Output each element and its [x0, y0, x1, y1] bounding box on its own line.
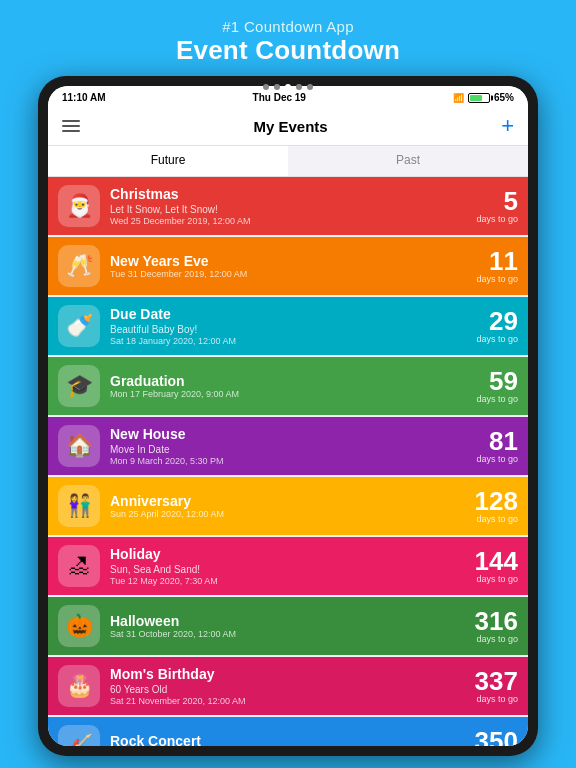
- event-info: New HouseMove In DateMon 9 March 2020, 5…: [110, 426, 468, 466]
- nav-title: My Events: [253, 118, 327, 135]
- battery-fill: [470, 95, 482, 101]
- app-subtitle: #1 Countdown App: [0, 18, 576, 35]
- event-date: Sun 25 April 2020, 12:00 AM: [110, 509, 467, 519]
- event-info: Rock ConcertThu 3 December 2020, 9:00 PM: [110, 733, 467, 746]
- countdown-number: 81: [476, 428, 518, 454]
- tab-future[interactable]: Future: [48, 146, 288, 176]
- hamburger-line-1: [62, 120, 80, 122]
- event-name: Rock Concert: [110, 733, 467, 746]
- event-date: Tue 12 May 2020, 7:30 AM: [110, 576, 467, 586]
- event-subtitle: Move In Date: [110, 443, 468, 456]
- event-icon: 🍼: [58, 305, 100, 347]
- nav-bar: My Events +: [48, 107, 528, 146]
- countdown-number: 337: [475, 668, 518, 694]
- countdown-number: 128: [475, 488, 518, 514]
- countdown-number: 29: [476, 308, 518, 334]
- page-dots: [263, 84, 313, 90]
- event-info: HolidaySun, Sea And Sand!Tue 12 May 2020…: [110, 546, 467, 586]
- countdown-number: 11: [476, 248, 518, 274]
- countdown-number: 350: [475, 728, 518, 746]
- event-name: Holiday: [110, 546, 467, 563]
- event-date: Tue 31 December 2019, 12:00 AM: [110, 269, 468, 279]
- event-name: Anniversary: [110, 493, 467, 510]
- event-item[interactable]: 🎃HalloweenSat 31 October 2020, 12:00 AM3…: [48, 597, 528, 655]
- event-item[interactable]: 🎓GraduationMon 17 February 2020, 9:00 AM…: [48, 357, 528, 415]
- countdown-label: days to go: [475, 694, 518, 704]
- event-info: HalloweenSat 31 October 2020, 12:00 AM: [110, 613, 467, 640]
- status-right: 📶 65%: [453, 92, 514, 103]
- event-date: Sat 21 November 2020, 12:00 AM: [110, 696, 467, 706]
- event-countdown: 59days to go: [476, 368, 518, 404]
- event-icon: 🎸: [58, 725, 100, 746]
- countdown-label: days to go: [475, 634, 518, 644]
- event-item[interactable]: 🏖HolidaySun, Sea And Sand!Tue 12 May 202…: [48, 537, 528, 595]
- countdown-label: days to go: [476, 214, 518, 224]
- countdown-label: days to go: [476, 394, 518, 404]
- event-item[interactable]: 🎅ChristmasLet It Snow, Let It Snow!Wed 2…: [48, 177, 528, 235]
- event-countdown: 128days to go: [475, 488, 518, 524]
- hamburger-line-3: [62, 130, 80, 132]
- event-name: Halloween: [110, 613, 467, 630]
- app-title: Event Countdown: [0, 35, 576, 66]
- event-date: Sat 31 October 2020, 12:00 AM: [110, 629, 467, 639]
- battery-icon: [468, 93, 490, 103]
- event-info: New Years EveTue 31 December 2019, 12:00…: [110, 253, 468, 280]
- dot-4: [296, 84, 302, 90]
- event-icon: 🎓: [58, 365, 100, 407]
- event-icon: 🎃: [58, 605, 100, 647]
- event-date: Sat 18 January 2020, 12:00 AM: [110, 336, 468, 346]
- event-countdown: 316days to go: [475, 608, 518, 644]
- event-date: Wed 25 December 2019, 12:00 AM: [110, 216, 468, 226]
- event-subtitle: 60 Years Old: [110, 683, 467, 696]
- event-countdown: 11days to go: [476, 248, 518, 284]
- event-icon: 🏖: [58, 545, 100, 587]
- app-header: #1 Countdown App Event Countdown: [0, 0, 576, 76]
- event-item[interactable]: 🎂Mom's Birthday60 Years OldSat 21 Novemb…: [48, 657, 528, 715]
- event-icon: 🎅: [58, 185, 100, 227]
- event-date: Mon 17 February 2020, 9:00 AM: [110, 389, 468, 399]
- wifi-icon: 📶: [453, 93, 464, 103]
- event-name: New House: [110, 426, 468, 443]
- event-icon: 🏠: [58, 425, 100, 467]
- event-info: Mom's Birthday60 Years OldSat 21 Novembe…: [110, 666, 467, 706]
- battery-percent: 65%: [494, 92, 514, 103]
- events-list: 🎅ChristmasLet It Snow, Let It Snow!Wed 2…: [48, 177, 528, 746]
- event-countdown: 350days to go: [475, 728, 518, 746]
- tablet-frame: 11:10 AM Thu Dec 19 📶 65% My Events +: [38, 76, 538, 756]
- countdown-label: days to go: [475, 574, 518, 584]
- event-subtitle: Sun, Sea And Sand!: [110, 563, 467, 576]
- event-item[interactable]: 🏠New HouseMove In DateMon 9 March 2020, …: [48, 417, 528, 475]
- dot-5: [307, 84, 313, 90]
- add-event-button[interactable]: +: [501, 115, 514, 137]
- event-icon: 🎂: [58, 665, 100, 707]
- countdown-number: 5: [476, 188, 518, 214]
- event-countdown: 337days to go: [475, 668, 518, 704]
- status-time: 11:10 AM: [62, 92, 106, 103]
- event-item[interactable]: 🍼Due DateBeautiful Baby Boy!Sat 18 Janua…: [48, 297, 528, 355]
- event-item[interactable]: 🥂New Years EveTue 31 December 2019, 12:0…: [48, 237, 528, 295]
- event-name: Due Date: [110, 306, 468, 323]
- event-countdown: 81days to go: [476, 428, 518, 464]
- event-name: New Years Eve: [110, 253, 468, 270]
- tab-past[interactable]: Past: [288, 146, 528, 176]
- menu-button[interactable]: [62, 120, 80, 132]
- dot-3: [285, 84, 291, 90]
- status-date: Thu Dec 19: [253, 92, 306, 103]
- event-name: Graduation: [110, 373, 468, 390]
- event-icon: 👫: [58, 485, 100, 527]
- tab-bar: Future Past: [48, 146, 528, 177]
- countdown-number: 144: [475, 548, 518, 574]
- countdown-label: days to go: [475, 514, 518, 524]
- event-subtitle: Beautiful Baby Boy!: [110, 323, 468, 336]
- event-info: Due DateBeautiful Baby Boy!Sat 18 Januar…: [110, 306, 468, 346]
- event-countdown: 29days to go: [476, 308, 518, 344]
- event-info: GraduationMon 17 February 2020, 9:00 AM: [110, 373, 468, 400]
- dot-1: [263, 84, 269, 90]
- event-info: ChristmasLet It Snow, Let It Snow!Wed 25…: [110, 186, 468, 226]
- event-item[interactable]: 🎸Rock ConcertThu 3 December 2020, 9:00 P…: [48, 717, 528, 746]
- event-item[interactable]: 👫AnniversarySun 25 April 2020, 12:00 AM1…: [48, 477, 528, 535]
- tablet-screen: 11:10 AM Thu Dec 19 📶 65% My Events +: [48, 86, 528, 746]
- event-countdown: 144days to go: [475, 548, 518, 584]
- dot-2: [274, 84, 280, 90]
- event-name: Mom's Birthday: [110, 666, 467, 683]
